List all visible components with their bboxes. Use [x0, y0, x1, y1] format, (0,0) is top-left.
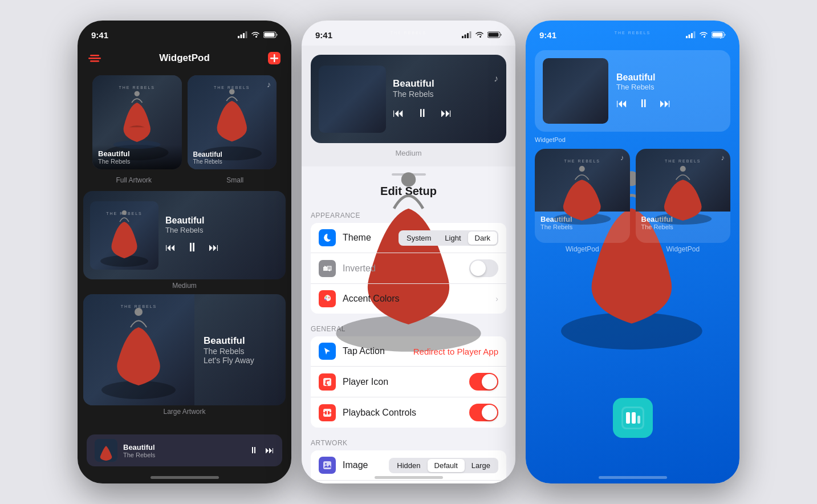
blue-small-ill-1 — [535, 149, 630, 243]
accent-colors-row[interactable]: Accent Colors › — [311, 284, 506, 314]
accent-icon — [319, 290, 336, 307]
phone-settings: 9:41 THE REBELS — [302, 21, 515, 483]
large-info: Beautiful The Rebels Let's Fly Away — [194, 326, 286, 374]
blue-widget-card-1[interactable]: THE REBELS ♪ Beautiful The Rebels — [535, 149, 630, 243]
appearance-group: Theme System Light Dark Inverte — [311, 223, 506, 314]
forward-btn[interactable]: ⏭ — [209, 242, 219, 254]
svg-rect-61 — [626, 412, 630, 424]
widget-full-song: Beautiful — [98, 149, 176, 158]
blue-main-widget[interactable]: THE REBELS ♪ Beautiful The Rebels ⏮ ⏸ ⏭ — [535, 50, 730, 132]
image-seg-control[interactable]: Hidden Default Large — [389, 458, 498, 473]
image-label: Image — [343, 460, 389, 470]
signal-icon — [238, 31, 247, 38]
player-icon-icon — [319, 373, 336, 391]
mini-artist: The Rebels — [123, 452, 243, 458]
playback-controls-toggle[interactable] — [469, 404, 498, 421]
playback-controls-row[interactable]: Playback Controls — [311, 397, 506, 428]
widget-large-artwork[interactable]: THE REBELS Beautiful The Rebels Let's Fl… — [83, 294, 286, 405]
blue-widget-card-2[interactable]: THE REBELS ♪ Beautiful The Rebels — [636, 149, 731, 243]
svg-point-16 — [229, 89, 234, 94]
preview-area: THE REBELS ♪ Beautiful The Rebels ⏮ ⏸ ⏭ — [302, 46, 515, 166]
widget-small[interactable]: THE REBELS ♪ Beautiful The Rebels — [188, 75, 277, 169]
image-icon-svg — [322, 460, 332, 470]
hamburger-icon — [88, 54, 101, 63]
seg-default[interactable]: Default — [428, 459, 465, 472]
tap-action-row[interactable]: Tap Action Redirect to Player App — [311, 336, 506, 367]
svg-rect-6 — [90, 55, 99, 56]
player-icon-row[interactable]: Player Icon — [311, 367, 506, 397]
svg-rect-8 — [90, 60, 99, 62]
svg-point-37 — [326, 384, 328, 385]
svg-point-56 — [579, 166, 585, 172]
seg-large[interactable]: Large — [465, 459, 497, 472]
preview-artist: The Rebels — [393, 90, 498, 99]
seg-hidden[interactable]: Hidden — [390, 459, 427, 472]
seg-light[interactable]: Light — [438, 231, 468, 245]
blue-small-artwork-2: THE REBELS — [636, 149, 731, 212]
small-song: Beautiful — [193, 151, 271, 158]
preview-song: Beautiful — [393, 78, 498, 90]
theme-seg-control[interactable]: System Light Dark — [399, 230, 498, 246]
app-icon[interactable] — [613, 398, 653, 438]
mini-text: Beautiful The Rebels — [123, 443, 243, 458]
svg-rect-5 — [265, 33, 275, 37]
svg-rect-3 — [246, 31, 247, 38]
blue-music-icon: ♪ — [720, 31, 724, 40]
seg-dark[interactable]: Dark — [468, 231, 497, 245]
preview-controls: ⏮ ⏸ ⏭ — [393, 107, 498, 120]
medium-artist: The Rebels — [165, 226, 279, 234]
status-time: 9:41 — [91, 30, 108, 40]
status-bar-dark: 9:41 — [78, 21, 291, 46]
blue-small-widget-2: THE REBELS ♪ Beautiful The Rebels Widget… — [636, 149, 731, 253]
playback-icon-svg — [322, 408, 332, 418]
mini-forward[interactable]: ⏭ — [265, 445, 274, 456]
mini-artwork — [95, 439, 117, 462]
svg-rect-11 — [270, 58, 278, 59]
add-button[interactable] — [266, 50, 282, 66]
label-small: Small — [185, 174, 286, 189]
small-artist: The Rebels — [193, 158, 271, 165]
rewind-btn[interactable]: ⏮ — [165, 242, 176, 254]
svg-point-43 — [325, 463, 327, 465]
inverted-toggle[interactable] — [469, 259, 498, 277]
mini-song: Beautiful — [123, 443, 243, 452]
mini-thumb — [95, 439, 117, 462]
playback-controls-knob — [482, 405, 497, 420]
home-indicator-2 — [375, 476, 443, 479]
accent-chevron: › — [495, 294, 498, 303]
svg-point-58 — [680, 166, 685, 172]
label-medium: Medium — [83, 279, 286, 294]
widget-full-artwork[interactable]: THE REBELS Beautiful The Rebels — [92, 75, 182, 169]
theme-row[interactable]: Theme System Light Dark — [311, 223, 506, 253]
seg-system[interactable]: System — [400, 231, 438, 245]
player-icon-toggle[interactable] — [469, 373, 498, 391]
widgets-grid: THE REBELS Beautiful The Rebels — [83, 71, 286, 174]
preview-pause[interactable]: ⏸ — [417, 107, 428, 120]
preview-widget: THE REBELS ♪ Beautiful The Rebels ⏮ ⏸ ⏭ — [311, 55, 506, 143]
pause-btn[interactable]: ⏸ — [186, 240, 198, 255]
menu-icon[interactable] — [87, 50, 103, 66]
moon-icon — [322, 233, 332, 243]
inverted-row[interactable]: Inverted — [311, 253, 506, 284]
app-icon-area — [613, 398, 653, 438]
large-artwork: THE REBELS — [83, 294, 194, 405]
home-indicator-3 — [599, 476, 667, 479]
large-artwork-illustration — [83, 294, 194, 405]
svg-rect-42 — [323, 461, 331, 469]
image-icon — [319, 457, 336, 474]
tap-action-icon — [319, 343, 336, 360]
mini-player[interactable]: Beautiful The Rebels ⏸ ⏭ — [87, 434, 282, 466]
app-title: WidgetPod — [159, 52, 210, 64]
preview-forward[interactable]: ⏭ — [441, 107, 452, 120]
preview-artwork: THE REBELS — [319, 66, 386, 133]
svg-rect-63 — [637, 416, 640, 424]
widget-medium[interactable]: THE REBELS Beautiful The Rebels ⏮ ⏸ ⏭ — [83, 191, 286, 279]
mini-pause[interactable]: ⏸ — [249, 445, 258, 456]
music-icon — [322, 377, 332, 387]
grayscale-row[interactable]: Grayscale — [311, 481, 506, 483]
svg-rect-1 — [241, 35, 242, 39]
accent-colors-label: Accent Colors — [343, 294, 492, 304]
preview-rewind[interactable]: ⏮ — [393, 107, 404, 120]
large-song: Beautiful — [204, 335, 277, 347]
player-icon-knob — [482, 374, 497, 389]
